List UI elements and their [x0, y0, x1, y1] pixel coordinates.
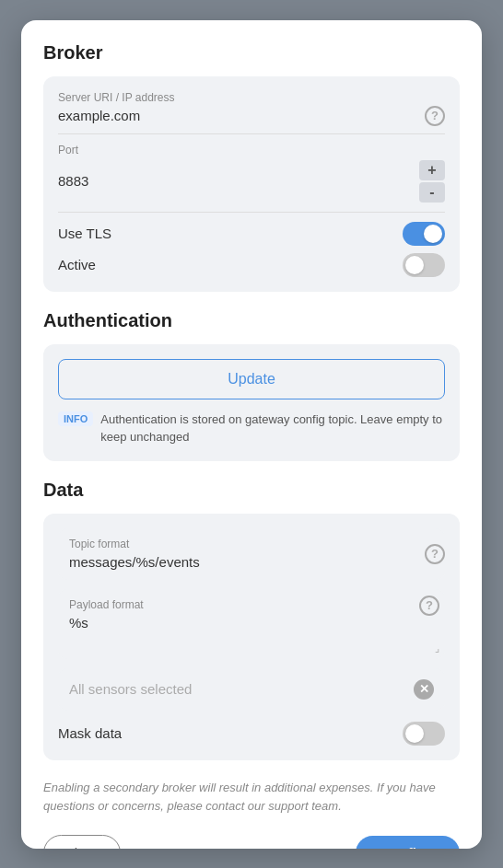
- use-tls-label: Use TLS: [58, 226, 111, 241]
- mask-data-label: Mask data: [58, 725, 122, 741]
- payload-help-icon[interactable]: ?: [419, 596, 439, 616]
- data-title: Data: [43, 480, 460, 501]
- divider-1: [58, 133, 445, 134]
- port-plus-button[interactable]: +: [419, 160, 445, 180]
- broker-card: Server URI / IP address ? Port + -: [43, 76, 460, 292]
- port-label: Port: [58, 144, 445, 156]
- server-uri-input[interactable]: [58, 108, 417, 123]
- update-button[interactable]: Update: [58, 359, 445, 399]
- auth-card: Update INFO Authentication is stored on …: [43, 344, 460, 461]
- use-tls-toggle[interactable]: [403, 222, 445, 246]
- auth-info-text: Authentication is stored on gateway conf…: [100, 411, 445, 446]
- port-controls: + -: [419, 160, 445, 203]
- active-thumb: [405, 256, 424, 274]
- data-card: Topic format ? Payload format %s ? ⌟ All…: [43, 514, 460, 760]
- broker-title: Broker: [43, 42, 460, 64]
- mask-data-toggle[interactable]: [403, 722, 445, 746]
- sensors-clear-button[interactable]: ✕: [414, 679, 434, 700]
- topic-format-field: Topic format ?: [58, 528, 445, 580]
- close-button[interactable]: Close: [43, 835, 121, 848]
- topic-help-icon[interactable]: ?: [425, 544, 445, 564]
- port-minus-button[interactable]: -: [419, 182, 445, 203]
- active-label: Active: [58, 257, 96, 272]
- payload-format-input[interactable]: %s: [69, 615, 412, 646]
- info-badge: INFO: [58, 411, 93, 426]
- port-field: Port + -: [58, 144, 445, 203]
- resize-handle: ⌟: [435, 643, 439, 654]
- auth-info-box: INFO Authentication is stored on gateway…: [58, 411, 445, 446]
- server-uri-field: Server URI / IP address ?: [58, 91, 445, 124]
- topic-format-input[interactable]: [69, 554, 412, 570]
- port-input[interactable]: [58, 173, 233, 189]
- payload-format-label: Payload format: [69, 598, 412, 611]
- bottom-buttons: Close Confirm: [43, 835, 460, 848]
- server-label: Server URI / IP address: [58, 91, 445, 104]
- confirm-button[interactable]: Confirm: [356, 836, 461, 848]
- payload-format-field: Payload format %s ? ⌟: [58, 589, 445, 659]
- sensors-selector[interactable]: All sensors selected ✕: [58, 668, 445, 711]
- footer-note: Enabling a secondary broker will result …: [43, 779, 460, 817]
- active-toggle[interactable]: [403, 253, 445, 277]
- mask-data-thumb: [405, 724, 424, 743]
- mask-data-row: Mask data: [58, 722, 445, 746]
- use-tls-row: Use TLS: [58, 222, 445, 246]
- use-tls-thumb: [424, 225, 442, 243]
- sensors-text: All sensors selected: [69, 681, 192, 697]
- server-help-icon[interactable]: ?: [425, 106, 445, 126]
- broker-modal: Broker Server URI / IP address ? Port +: [21, 20, 482, 849]
- auth-title: Authentication: [43, 310, 460, 331]
- topic-format-label: Topic format: [69, 538, 412, 550]
- divider-2: [58, 212, 445, 213]
- active-row: Active: [58, 253, 445, 277]
